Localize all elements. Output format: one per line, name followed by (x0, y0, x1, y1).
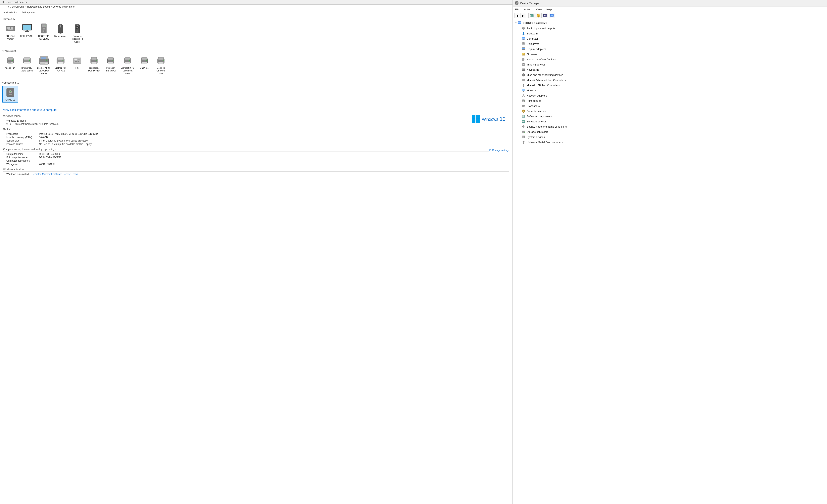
menu-help[interactable]: Help (545, 8, 552, 11)
printer-foxit[interactable]: Foxit Reader PDF Printer (86, 54, 102, 76)
device-dell-monitor[interactable]: DELL P2719H (19, 22, 35, 45)
printer-adobe-pdf[interactable]: Adobe PDF (2, 54, 18, 76)
tree-item[interactable]: ›Keyboards (513, 67, 827, 72)
svg-rect-34 (8, 57, 13, 60)
toolbar-display[interactable] (549, 13, 555, 18)
printer-brother-mfc9330[interactable]: Brother MFC-9330CDW Printer (36, 54, 52, 76)
device-speakers[interactable]: Speakers (Realtek(R) Audio) (69, 22, 85, 45)
unspecified-section-header[interactable]: ▾ Unspecified (1) (0, 80, 513, 85)
svg-rect-109 (519, 24, 521, 24)
tree-expand-icon[interactable]: › (518, 89, 522, 92)
tree-item[interactable]: ›Storage controllers (513, 129, 827, 134)
devices-section-header[interactable]: ▾ Devices (5) (0, 16, 513, 21)
tree-item[interactable]: ›Mimaki Advanced Port Controllers (513, 77, 827, 82)
svg-point-137 (523, 79, 524, 80)
tree-item[interactable]: ›Software devices (513, 119, 827, 124)
add-device-button[interactable]: Add a device (2, 10, 19, 15)
license-link[interactable]: Read the Microsoft Software License Term… (32, 173, 78, 176)
tree-item[interactable]: ›Human Interface Devices (513, 57, 827, 62)
tree-expand-icon[interactable]: › (518, 109, 522, 113)
tree-item[interactable]: ›Display adapters (513, 46, 827, 52)
tree-item[interactable]: ›Disk drives (513, 41, 827, 46)
tree-expand-icon[interactable]: › (518, 141, 522, 144)
tree-item[interactable]: ›Software components (513, 114, 827, 119)
device-cougar-vantar[interactable]: COUGAR Vantar (2, 22, 18, 45)
system-info-row: Installed memory (RAM):16.0 GB (3, 136, 509, 139)
menu-action[interactable]: Action (523, 8, 532, 11)
tree-expand-icon[interactable]: › (518, 99, 522, 102)
device-game-mouse[interactable]: Game Mouse (53, 22, 68, 45)
tree-item[interactable]: ›Audio inputs and outputs (513, 26, 827, 31)
tree-item[interactable]: ›System devices (513, 134, 827, 139)
device-desktop[interactable]: DESKTOP-463OEJ E (36, 22, 52, 45)
toolbar-forward[interactable]: ▶ (520, 13, 526, 18)
change-settings-button[interactable]: 🛡 Change settings (489, 149, 509, 152)
printer-ms-pdf[interactable]: Microsoft Print to PDF (103, 54, 119, 76)
tree-item[interactable]: ›Imaging devices (513, 62, 827, 67)
menu-file[interactable]: File (514, 8, 520, 11)
tree-item[interactable]: ›Security devices (513, 109, 827, 114)
tree-expand-icon[interactable]: › (518, 27, 522, 30)
tree-item[interactable]: ›Universal Serial Bus controllers (513, 139, 827, 145)
activation-group: Windows activation Windows is activated … (3, 168, 509, 176)
basic-info-link[interactable]: View basic information about your comput… (3, 108, 57, 111)
tree-expand-icon[interactable]: › (518, 53, 522, 56)
unspecified-grid: CNJ30-01 (0, 85, 513, 104)
disk-tree-icon (522, 42, 526, 46)
tree-expand-icon[interactable]: › (518, 42, 522, 45)
tree-root-node[interactable]: ▾ DESKTOP-463OEJE (513, 20, 827, 26)
tree-item[interactable]: ›Print queues (513, 98, 827, 103)
tree-expand-icon[interactable]: › (518, 32, 522, 35)
tree-expand-icon[interactable]: › (518, 47, 522, 51)
toolbar-properties[interactable] (528, 13, 535, 18)
tree-item-label: Sound, video and game controllers (527, 125, 567, 128)
tree-expand-icon[interactable]: › (518, 104, 522, 108)
svg-rect-74 (142, 62, 147, 64)
toolbar-help[interactable]: ? (535, 13, 542, 18)
nav-forward[interactable]: → (5, 5, 7, 8)
tree-item[interactable]: ›Computer (513, 36, 827, 41)
add-printer-button[interactable]: Add a printer (20, 10, 37, 15)
tree-expand-icon[interactable]: › (518, 83, 522, 87)
tree-item[interactable]: ›Mice and other pointing devices (513, 72, 827, 77)
printer-brother-hl2140[interactable]: Brother HL-2140 series (19, 54, 35, 76)
tree-item[interactable]: ›Monitors (513, 88, 827, 93)
dm-tree[interactable]: ▾ DESKTOP-463OEJE ›Audio inputs and outp… (513, 19, 827, 504)
tree-expand-icon[interactable]: › (518, 94, 522, 97)
tree-expand-icon[interactable]: › (518, 130, 522, 133)
device-cnj30[interactable]: CNJ30-01 (2, 86, 18, 103)
nav-back[interactable]: ← (2, 5, 4, 8)
svg-rect-46 (41, 57, 46, 59)
printer-brother-pcfax[interactable]: Brother PC-FAX v.3.1 (53, 54, 68, 76)
tree-item[interactable]: ›Sound, video and game controllers (513, 124, 827, 129)
tree-expand-icon[interactable]: › (518, 78, 522, 81)
toolbar-back[interactable]: ◀ (514, 13, 520, 18)
audio-tree-icon (522, 26, 526, 30)
tree-item[interactable]: ›Mimaki USB Port Controllers (513, 82, 827, 88)
tree-expand-icon[interactable]: › (518, 135, 522, 138)
tree-collapse-root[interactable]: ▾ (514, 21, 518, 24)
dm-title: Device Manager (520, 2, 539, 5)
menu-view[interactable]: View (535, 8, 542, 11)
tree-expand-icon[interactable]: › (518, 120, 522, 123)
tree-item[interactable]: ›Network adapters (513, 93, 827, 98)
printers-section-header[interactable]: ▾ Printers (10) (0, 48, 513, 53)
tree-item[interactable]: ›Firmware (513, 52, 827, 57)
printer-fax[interactable]: Fax (69, 54, 85, 76)
toolbar-update[interactable] (542, 13, 548, 18)
tree-item[interactable]: ›Processors (513, 103, 827, 109)
tree-expand-icon[interactable]: › (518, 68, 522, 71)
tree-item-label: Security devices (527, 110, 545, 113)
nav-up[interactable]: ↑ (8, 5, 9, 8)
tree-expand-icon[interactable]: › (518, 37, 522, 40)
tree-expand-icon[interactable]: › (518, 115, 522, 118)
tree-expand-icon[interactable]: › (518, 58, 522, 61)
printer-ms-xps[interactable]: Microsoft XPS Document Writer (119, 54, 136, 76)
tree-item[interactable]: ›Bluetooth (513, 31, 827, 36)
device-label: CNJ30-01 (5, 98, 15, 101)
tree-expand-icon[interactable]: › (518, 125, 522, 128)
tree-expand-icon[interactable]: › (518, 73, 522, 76)
tree-expand-icon[interactable]: › (518, 63, 522, 66)
printer-onenote[interactable]: OneNote (136, 54, 152, 76)
printer-send-onenote[interactable]: Send To OneNote 2016 (153, 54, 169, 76)
